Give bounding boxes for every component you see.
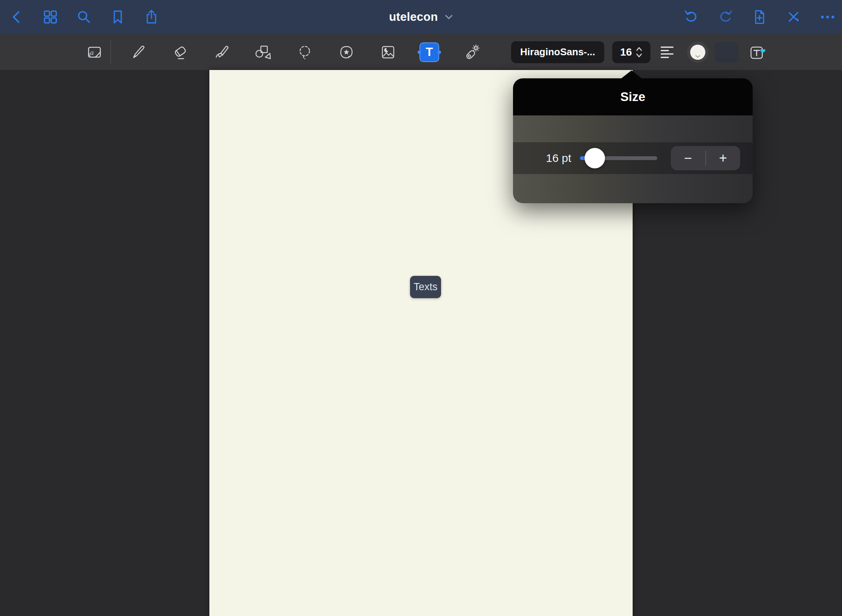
selection-handle-left (418, 50, 421, 54)
font-size-value: 16 (620, 46, 632, 58)
nav-right-group (683, 9, 842, 25)
eraser-icon (171, 43, 189, 61)
document-title: utelecon (389, 10, 438, 24)
tool-laser-pointer[interactable] (463, 42, 481, 62)
popover-body: 16 pt − + (513, 115, 753, 203)
tool-eraser[interactable] (171, 42, 189, 62)
image-icon (379, 43, 397, 61)
align-left-icon (660, 46, 675, 59)
font-size-stepper[interactable]: 16 (612, 41, 650, 63)
pen-icon (129, 43, 147, 61)
text-style-heart-icon (748, 43, 766, 62)
lasso-icon (296, 43, 314, 61)
bookmark-icon (109, 9, 126, 25)
selection-handle-right (438, 50, 441, 54)
highlighter-icon (213, 43, 231, 61)
search-button[interactable] (76, 9, 92, 25)
color-ring (687, 42, 708, 63)
tool-zoom-window[interactable]: a (86, 42, 104, 62)
size-slider-row: 16 pt − + (513, 142, 753, 174)
text-color-button[interactable] (687, 42, 708, 63)
pen-mode-toggle-button[interactable] (785, 9, 802, 25)
bookmark-button[interactable] (109, 9, 126, 25)
tool-pen[interactable] (129, 42, 147, 62)
font-size-popover: Size 16 pt − + (513, 78, 753, 203)
chevron-down-icon (445, 14, 453, 20)
add-page-button[interactable] (751, 9, 768, 25)
undo-icon (683, 9, 700, 25)
size-decrease-button[interactable]: − (671, 146, 705, 170)
tool-shapes[interactable] (253, 42, 271, 62)
sticker-star-icon (337, 43, 356, 61)
size-stepper-control: − + (671, 146, 740, 170)
chevron-up-down-icon (636, 47, 642, 58)
share-icon (143, 9, 160, 25)
favorite-text-style-button[interactable] (748, 43, 766, 62)
tool-text[interactable]: T (419, 42, 439, 62)
size-value-label: 16 pt (546, 152, 571, 165)
secondary-swatch-button[interactable] (715, 42, 738, 62)
tool-lasso[interactable] (296, 42, 314, 62)
more-options-button[interactable] (819, 9, 836, 25)
text-align-button[interactable] (659, 44, 675, 61)
slider-thumb[interactable] (585, 148, 605, 168)
redo-icon (717, 9, 734, 25)
tool-bar: a T HiraginoSans-... 16 (0, 34, 842, 70)
current-color-swatch (690, 45, 705, 60)
thumbnail-grid-button[interactable] (42, 9, 59, 25)
toolbar-separator (110, 40, 111, 64)
tool-highlighter[interactable] (213, 42, 231, 62)
back-chevron-icon (8, 9, 25, 25)
grid-view-icon (42, 9, 59, 25)
laser-pointer-icon (463, 43, 481, 61)
font-family-label: HiraginoSans-... (520, 46, 595, 58)
text-tool-glyph: T (426, 45, 433, 59)
search-icon (76, 9, 92, 25)
chevron-down-icon (695, 55, 700, 58)
svg-text:a: a (90, 48, 94, 56)
add-page-icon (751, 9, 768, 25)
tool-image[interactable] (379, 42, 397, 62)
document-title-button[interactable]: utelecon (389, 0, 453, 34)
share-button[interactable] (143, 9, 160, 25)
crossed-pencil-icon (785, 9, 802, 25)
popover-arrow (621, 70, 642, 79)
nav-left-group (0, 9, 160, 25)
popover-title: Size (620, 90, 645, 104)
zoom-window-icon: a (86, 43, 104, 61)
top-navigation-bar: utelecon (0, 0, 842, 34)
shapes-icon (253, 43, 271, 61)
undo-button[interactable] (683, 9, 700, 25)
size-increase-button[interactable]: + (706, 146, 741, 170)
redo-button[interactable] (717, 9, 734, 25)
tool-elements[interactable] (337, 42, 356, 62)
font-family-button[interactable]: HiraginoSans-... (511, 41, 604, 63)
back-button[interactable] (8, 9, 25, 25)
ellipsis-icon (819, 9, 836, 25)
popover-header: Size (513, 78, 753, 115)
canvas-text-object[interactable]: Texts (410, 276, 441, 298)
